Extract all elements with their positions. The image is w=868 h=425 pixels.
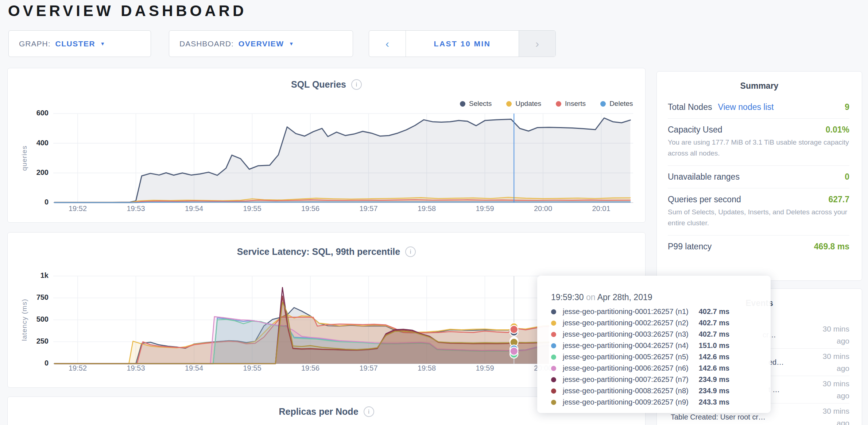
summary-row: Unavailable ranges0 — [668, 165, 849, 188]
time-range-value[interactable]: LAST 10 MIN — [406, 31, 519, 57]
tooltip-date: Apr 28th, 2019 — [597, 292, 652, 302]
tooltip-latency-value: 402.7 ms — [699, 330, 730, 338]
tooltip-node-name: jesse-geo-partitioning-0008:26257 (n8) — [563, 387, 689, 395]
info-icon[interactable]: i — [351, 79, 362, 90]
summary-panel: Summary Total NodesView nodes list9Capac… — [656, 71, 862, 281]
y-axis-title: latency (ms) — [20, 299, 28, 341]
tooltip-series-dot-icon — [551, 309, 556, 314]
summary-row-label: Capacity Used — [668, 125, 722, 135]
legend-item-updates[interactable]: Updates — [506, 100, 541, 108]
event-row-timestamp: 30 mins ago — [809, 323, 849, 347]
x-axis-tick-label: 19:53 — [127, 364, 145, 372]
legend-item-selects[interactable]: Selects — [460, 100, 492, 108]
y-axis-tick-label: 250 — [36, 337, 49, 345]
x-axis-tick-label: 19:59 — [476, 204, 494, 212]
time-range-selector: ‹ LAST 10 MIN › — [369, 30, 556, 57]
dashboard-dropdown[interactable]: DASHBOARD: OVERVIEW ▾ — [169, 30, 353, 57]
summary-row-description: Sum of Selects, Updates, Inserts, and De… — [668, 207, 849, 229]
tooltip-node-name: jesse-geo-partitioning-0002:26257 (n2) — [563, 319, 689, 327]
tooltip-node-name: jesse-geo-partitioning-0003:26257 (n3) — [563, 330, 689, 338]
info-icon[interactable]: i — [364, 406, 374, 417]
x-axis-tick-label: 20:00 — [534, 204, 552, 212]
y-axis-tick-label: 0 — [44, 359, 49, 367]
time-range-next-button[interactable]: › — [519, 31, 555, 57]
event-row-timestamp: 30 mins ago — [809, 378, 849, 402]
service-latency-title: Service Latency: SQL, 99th percentile — [237, 246, 400, 257]
summary-row: Queries per second627.7Sum of Selects, U… — [668, 188, 849, 235]
view-nodes-list-link[interactable]: View nodes list — [718, 102, 774, 112]
tooltip-series-dot-icon — [551, 388, 556, 394]
x-axis-tick-label: 19:59 — [476, 364, 494, 372]
x-axis-tick-label: 20:01 — [592, 204, 610, 212]
x-axis-tick-label: 19:54 — [185, 364, 203, 372]
y-axis-tick-label: 750 — [36, 293, 49, 301]
tooltip-latency-value: 142.6 ms — [699, 364, 730, 372]
legend-item-deletes[interactable]: Deletes — [600, 100, 633, 108]
x-axis-tick-label: 19:57 — [359, 364, 377, 372]
dashboard-dropdown-label: DASHBOARD: — [179, 39, 234, 48]
summary-row: Total NodesView nodes list9 — [668, 96, 849, 118]
y-axis-tick-label: 200 — [36, 168, 49, 176]
legend-dot-icon — [556, 101, 561, 107]
tooltip-node-name: jesse-geo-partitioning-0001:26257 (n1) — [563, 307, 689, 316]
graph-dropdown[interactable]: GRAPH: CLUSTER ▾ — [8, 30, 151, 57]
chevron-down-icon: ▾ — [290, 41, 293, 47]
graph-dropdown-label: GRAPH: — [19, 39, 51, 48]
event-row-timestamp: 30 mins ago — [809, 350, 849, 374]
x-axis-tick-label: 19:57 — [359, 204, 377, 212]
sql-queries-chart[interactable]: 020040060019:5219:5319:5419:5519:5619:57… — [8, 68, 646, 223]
tooltip-latency-value: 151.0 ms — [699, 341, 730, 350]
y-axis-title: queries — [20, 145, 28, 171]
time-range-prev-button[interactable]: ‹ — [369, 31, 406, 57]
info-icon[interactable]: i — [405, 246, 416, 257]
x-axis-tick-label: 19:58 — [418, 364, 436, 372]
tooltip-series-dot-icon — [551, 332, 556, 337]
tooltip-row: jesse-geo-partitioning-0001:26257 (n1)40… — [551, 306, 760, 317]
x-axis-tick-label: 19:54 — [185, 204, 203, 212]
tooltip-node-name: jesse-geo-partitioning-0009:26257 (n9) — [563, 398, 689, 406]
tooltip-node-name: jesse-geo-partitioning-0006:26257 (n6) — [563, 364, 689, 372]
sql-queries-title: SQL Queries — [291, 79, 346, 90]
event-row-timestamp: 30 mins ago — [809, 405, 849, 425]
tooltip-row: jesse-geo-partitioning-0003:26257 (n3)40… — [551, 329, 760, 340]
legend-dot-icon — [600, 101, 606, 107]
tooltip-row: jesse-geo-partitioning-0005:26257 (n5)14… — [551, 351, 760, 363]
summary-row-value: 0.01% — [826, 125, 849, 135]
tooltip-timestamp: 19:59:30 on Apr 28th, 2019 — [551, 292, 760, 302]
legend-dot-icon — [460, 101, 465, 107]
tooltip-row: jesse-geo-partitioning-0008:26257 (n8)23… — [551, 385, 760, 397]
dashboard-dropdown-value: OVERVIEW — [239, 39, 284, 48]
chevron-left-icon: ‹ — [385, 38, 389, 50]
y-axis-tick-label: 0 — [44, 198, 49, 206]
tooltip-series-dot-icon — [551, 366, 556, 371]
tooltip-node-name: jesse-geo-partitioning-0005:26257 (n5) — [563, 353, 689, 361]
summary-row-description: You are using 177.7 MiB of 3.1 TiB usabl… — [668, 137, 849, 159]
tooltip-row: jesse-geo-partitioning-0006:26257 (n6)14… — [551, 363, 760, 374]
legend-dot-icon — [506, 101, 512, 107]
x-axis-tick-label: 19:55 — [243, 204, 261, 212]
summary-row-value: 0 — [845, 172, 849, 182]
summary-row: P99 latency469.8 ms — [668, 235, 849, 258]
sql-queries-legend: SelectsUpdatesInsertsDeletes — [460, 100, 633, 108]
tooltip-series-dot-icon — [551, 355, 556, 360]
summary-row-value: 469.8 ms — [814, 242, 849, 252]
tooltip-row: jesse-geo-partitioning-0002:26257 (n2)40… — [551, 317, 760, 329]
tooltip-row: jesse-geo-partitioning-0009:26257 (n9)24… — [551, 397, 760, 408]
series-area — [54, 118, 630, 203]
tooltip-latency-value: 402.7 ms — [699, 307, 730, 316]
tooltip-series-dot-icon — [551, 321, 556, 326]
hover-point — [510, 325, 518, 333]
tooltip-latency-value: 234.9 ms — [699, 375, 730, 384]
legend-item-inserts[interactable]: Inserts — [556, 100, 586, 108]
summary-row-label: Total Nodes — [668, 102, 712, 112]
legend-label: Updates — [515, 100, 541, 108]
legend-label: Selects — [469, 100, 492, 108]
summary-row: Capacity Used0.01%You are using 177.7 Mi… — [668, 118, 849, 165]
tooltip-latency-value: 234.9 ms — [699, 387, 730, 395]
x-axis-tick-label: 19:56 — [301, 204, 319, 212]
summary-row-value: 9 — [845, 102, 849, 112]
x-axis-tick-label: 19:55 — [243, 364, 261, 372]
y-axis-tick-label: 600 — [36, 109, 49, 117]
page-title: OVERVIEW DASHBOARD — [8, 2, 247, 20]
sql-queries-panel: 020040060019:5219:5319:5419:5519:5619:57… — [7, 68, 646, 223]
